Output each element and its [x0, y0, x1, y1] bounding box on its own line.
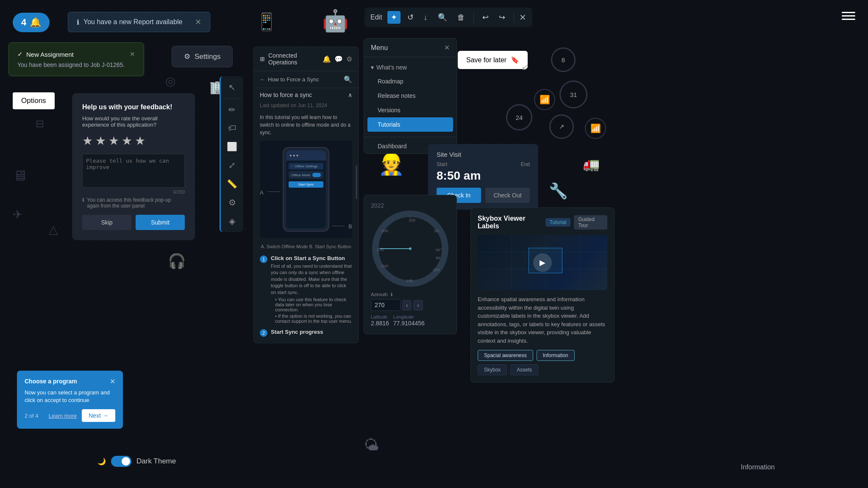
- toolbar-down-button[interactable]: ↓: [420, 11, 431, 24]
- save-for-later-button[interactable]: Save for later 🔖: [458, 51, 528, 69]
- notification-text: You have a new Report available: [83, 18, 182, 26]
- sliders-icon: ⊟: [36, 118, 44, 130]
- star-rating[interactable]: ★ ★ ★ ★ ★: [82, 134, 185, 148]
- step-2-row: 2 Start Sync progress: [254, 326, 358, 339]
- cursor-indicator: ↙: [521, 61, 529, 72]
- choose-program-close-button[interactable]: ✕: [110, 377, 115, 385]
- connected-ops-settings-icon[interactable]: ⚙: [346, 55, 352, 63]
- toolbar-delete-button[interactable]: 🗑: [454, 11, 468, 24]
- tools-icon: 🔧: [549, 182, 568, 200]
- choose-program-progress: 2 of 4: [25, 413, 39, 419]
- toolbar-share-button[interactable]: ⤢: [223, 157, 242, 174]
- toolbar-box-button[interactable]: ⬜: [223, 138, 242, 155]
- toolbar-search-button[interactable]: 🔍: [434, 11, 451, 24]
- skip-button[interactable]: Skip: [82, 215, 131, 230]
- menu-item-release-notes[interactable]: Release notes: [364, 89, 456, 103]
- feedback-note: ℹ You can access this feedback pop-up ag…: [82, 197, 185, 209]
- badge-31: 31: [559, 80, 587, 108]
- connected-ops-chat-icon[interactable]: 💬: [334, 55, 343, 63]
- azimuth-left-button[interactable]: ‹: [402, 300, 412, 311]
- toolbar-pen-button[interactable]: ✏: [223, 101, 242, 118]
- toolbar-nav-button[interactable]: ◈: [223, 213, 242, 230]
- assignment-close-button[interactable]: ✕: [130, 50, 135, 58]
- tag-information[interactable]: Information: [537, 350, 575, 361]
- azimuth-fields: Azimuth ℹ 270 ‹ ›: [371, 292, 450, 311]
- whats-new-header[interactable]: ▾ What's new: [364, 61, 456, 74]
- hamburger-menu-button[interactable]: [842, 12, 855, 20]
- submit-button[interactable]: Submit: [136, 215, 185, 230]
- tag-spacial-awareness[interactable]: Spacial awareness: [478, 350, 533, 361]
- toolbar-cursor-button[interactable]: ↖: [223, 79, 242, 96]
- svg-text:150: 150: [433, 267, 440, 272]
- toolbar-move-button[interactable]: ✦: [387, 11, 401, 24]
- badge-arrow[interactable]: ↗: [549, 114, 574, 139]
- tag-assets[interactable]: Assets: [510, 364, 538, 375]
- toolbar-measure-button[interactable]: 📏: [223, 175, 242, 192]
- start-label: Start: [437, 161, 447, 167]
- toolbar-settings2-button[interactable]: ⚙: [223, 194, 242, 211]
- feedback-textarea[interactable]: [82, 154, 185, 188]
- phone-icon-top: 📱: [256, 12, 277, 32]
- toolbar-undo-button[interactable]: ↩: [479, 11, 492, 24]
- counter-badge[interactable]: 4 🔔: [13, 13, 50, 32]
- menu-item-tutorials[interactable]: Tutorials: [367, 117, 453, 132]
- back-arrow-icon: ←: [260, 76, 265, 83]
- toolbar-redo-button[interactable]: ↪: [495, 11, 509, 24]
- options-button[interactable]: Options: [13, 92, 55, 109]
- latitude-value: 2.8816: [371, 320, 389, 327]
- scroll-indicator: [356, 165, 357, 199]
- svg-text:300: 300: [381, 228, 388, 233]
- dark-theme-label: Dark Theme: [136, 457, 176, 466]
- menu-item-versions[interactable]: Versions: [364, 103, 456, 117]
- search-icon[interactable]: 🔍: [344, 75, 352, 83]
- phone-header: ● ● ●: [286, 150, 326, 161]
- collapse-icon[interactable]: ∧: [348, 92, 352, 98]
- save-later-label: Save for later: [466, 56, 506, 64]
- hamburger-line-3: [842, 19, 855, 20]
- azimuth-value: 270: [371, 299, 401, 311]
- feedback-info-icon: ℹ: [82, 197, 84, 203]
- year-label: 2022: [371, 202, 450, 209]
- step-2-title: Start Sync progress: [271, 329, 323, 335]
- skybox-tag-tutorial: Tutorial: [545, 218, 571, 227]
- star-2[interactable]: ★: [95, 134, 106, 148]
- toolbar-rotate-button[interactable]: ↺: [404, 11, 417, 24]
- azimuth-right-button[interactable]: ›: [413, 300, 423, 311]
- settings-label: Settings: [195, 53, 220, 61]
- notification-bar: ℹ You have a new Report available ✕: [68, 12, 210, 32]
- star-3[interactable]: ★: [108, 134, 119, 148]
- user-icon: 👷: [378, 152, 404, 176]
- compass-svg: 330 30 300 60 90 270 240 150 180: [373, 211, 447, 287]
- star-1[interactable]: ★: [82, 134, 93, 148]
- choose-program-card: Choose a program ✕ Now you can select a …: [17, 371, 123, 429]
- assignment-title: New Assignment: [26, 51, 74, 58]
- tag-skybox[interactable]: Skybox: [478, 364, 507, 375]
- next-button[interactable]: Next →: [82, 409, 115, 422]
- skybox-description: Enhance spatial awareness and informatio…: [478, 295, 607, 345]
- menu-close-button[interactable]: ✕: [444, 44, 450, 52]
- notification-close-button[interactable]: ✕: [195, 17, 201, 27]
- back-button[interactable]: ← How to Force a Sync 🔍: [254, 71, 358, 88]
- settings-gear-icon: ⚙: [184, 52, 190, 61]
- menu-divider: [364, 137, 456, 137]
- learn-more-link[interactable]: Learn more: [49, 413, 77, 419]
- toolbar-tag-button[interactable]: 🏷: [223, 120, 242, 136]
- truck-icon: 🚛: [583, 156, 600, 172]
- play-button[interactable]: ▶: [533, 253, 552, 272]
- star-5[interactable]: ★: [135, 134, 145, 148]
- settings-button[interactable]: ⚙ Settings: [172, 46, 233, 67]
- image-caption: A. Switch Offline Mode B. Start Sync But…: [254, 242, 358, 252]
- counter-value: 4: [21, 17, 26, 28]
- dark-theme-toggle[interactable]: [111, 456, 131, 467]
- badge-8: 8: [551, 47, 576, 72]
- connected-ops-bell-icon[interactable]: 🔔: [323, 55, 331, 63]
- menu-item-roadmap[interactable]: Roadmap: [364, 74, 456, 89]
- connected-ops-panel: ⊞ Connected Operations 🔔 💬 ⚙ ← How to Fo…: [253, 47, 359, 343]
- longitude-label: Longitude: [393, 314, 425, 319]
- toolbar-close-button[interactable]: ✕: [519, 12, 526, 22]
- star-4[interactable]: ★: [122, 134, 132, 148]
- drone-icon: ✈: [13, 208, 22, 222]
- check-out-button[interactable]: Check Out: [485, 188, 530, 203]
- step-1-body: First of all, you need to understand tha…: [271, 263, 352, 296]
- dark-theme-row: 🌙 Dark Theme: [97, 456, 176, 467]
